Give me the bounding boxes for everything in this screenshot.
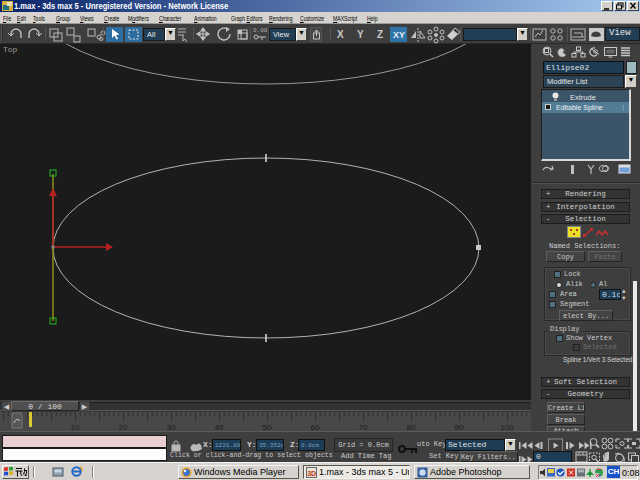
svg-text:70: 70 (359, 423, 368, 431)
svg-text:3D: 3D (307, 469, 316, 476)
svg-text:60: 60 (311, 423, 320, 431)
svg-text:Z: Z (377, 29, 383, 40)
svg-text:XY: XY (393, 30, 405, 40)
svg-text:40: 40 (215, 423, 224, 431)
svg-text:30: 30 (167, 423, 176, 431)
svg-text:80: 80 (407, 423, 416, 431)
svg-text:50: 50 (263, 423, 272, 431)
svg-text:100: 100 (500, 423, 514, 431)
svg-text:Y: Y (357, 29, 364, 40)
svg-text:10: 10 (71, 423, 80, 431)
svg-text:20: 20 (119, 423, 128, 431)
svg-text:0.00: 0.00 (253, 27, 268, 34)
svg-text:90: 90 (455, 423, 464, 431)
svg-text:X: X (337, 29, 344, 40)
